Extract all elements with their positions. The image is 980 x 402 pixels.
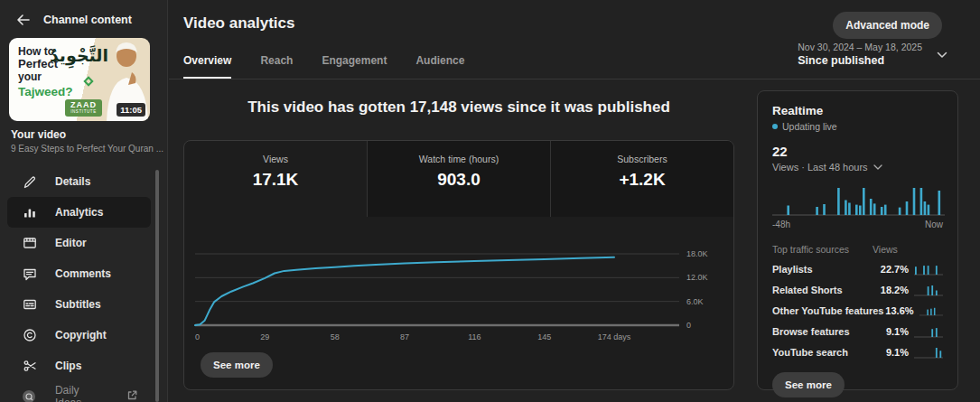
realtime-card: Realtime Updating live 22 Views · Last 4… [757,90,958,390]
date-range-text: Nov 30, 2024 – May 18, 2025 [798,42,922,52]
subtitles-icon [22,297,37,313]
sidebar-item-analytics[interactable]: Analytics [7,197,151,228]
traffic-row-youtube-search[interactable]: YouTube search 9.1% [772,346,943,359]
sidebar-item-label: Details [55,175,90,188]
sidebar-item-label: Comments [55,267,111,280]
live-dot-icon [772,124,778,129]
external-link-icon [126,388,138,402]
your-video-label: Your video [0,116,167,141]
svg-text:116: 116 [468,332,481,341]
zaad-institute-badge: ZAAD INSTITUTE [65,99,102,117]
traffic-row-other-features[interactable]: Other YouTube features 13.6% [772,304,943,317]
sidebar-item-subtitles[interactable]: Subtitles [7,289,151,320]
video-thumbnail[interactable]: How to Perfect your Tajweed? التَّجْوِيد… [9,38,150,121]
sidebar-item-clips[interactable]: Clips [7,351,151,381]
metric-label: Views [184,154,367,164]
metric-subscribers[interactable]: Subscribers +1.2K [550,141,733,217]
back-arrow-icon[interactable] [16,13,31,27]
svg-text:18.0K: 18.0K [686,249,708,258]
chevron-down-icon [937,46,947,62]
tab-reach[interactable]: Reach [260,54,293,79]
realtime-bar-chart [772,183,945,218]
views-headline: This video has gotten 17,148 views since… [183,98,734,117]
traffic-sparkline [914,346,943,359]
realtime-views-count: 22 [772,144,943,159]
svg-text:12.0K: 12.0K [686,273,708,282]
svg-text:87: 87 [400,332,409,341]
sidebar-item-label: Analytics [55,206,103,219]
traffic-source-label: Related Shorts [772,285,873,295]
views-line-chart[interactable]: 06.0K12.0K18.0K0295887116145174 days [184,231,733,347]
traffic-sparkline [914,284,943,296]
ideas-icon [22,389,37,402]
tab-overview[interactable]: Overview [183,54,231,79]
svg-text:145: 145 [537,332,551,341]
video-duration-badge: 11:05 [117,103,145,117]
traffic-row-related-shorts[interactable]: Related Shorts 18.2% [772,284,943,296]
svg-text:174 days: 174 days [598,332,631,341]
date-range-selector[interactable]: Nov 30, 2024 – May 18, 2025 Since publis… [798,42,947,67]
traffic-source-value: 18.2% [873,285,909,295]
tab-audience[interactable]: Audience [415,54,464,79]
tab-engagement[interactable]: Engagement [322,54,387,79]
comment-icon [22,266,37,282]
traffic-sparkline [914,325,943,338]
updating-live-label: Updating live [782,121,837,132]
sidebar-item-label: Editor [55,237,87,249]
svg-text:29: 29 [260,332,269,341]
key-metrics-card: Views 17.1K Watch time (hours) 903.0 Sub… [183,140,734,390]
copyright-icon [22,328,37,343]
svg-text:0: 0 [195,332,200,341]
advanced-mode-button[interactable]: Advanced mode [833,12,942,39]
axis-label-left: -48h [772,220,790,229]
sidebar-item-daily-ideas[interactable]: Daily Ideas [7,381,151,402]
metric-label: Watch time (hours) [368,154,550,164]
bar-chart-icon [22,205,37,220]
thumb-title-line: your [18,71,73,83]
svg-text:0: 0 [686,321,691,330]
traffic-source-value: 9.1% [873,326,909,337]
traffic-row-browse-features[interactable]: Browse features 9.1% [772,325,943,338]
youtube-studio-analytics-page: Channel content How to Perfect your Tajw… [0,0,980,402]
date-mode-text: Since published [798,54,922,67]
traffic-source-value: 9.1% [873,347,909,358]
sidebar-item-editor[interactable]: Editor [7,228,151,258]
traffic-row-playlists[interactable]: Playlists 22.7% [772,263,943,276]
metric-views[interactable]: Views 17.1K [184,141,367,217]
sidebar: Channel content How to Perfect your Tajw… [0,0,168,402]
see-more-button[interactable]: See more [201,352,273,378]
sidebar-item-details[interactable]: Details [7,166,151,197]
film-icon [22,236,37,251]
metric-tabs: Views 17.1K Watch time (hours) 903.0 Sub… [184,141,733,217]
header-divider [169,79,980,79]
video-title: 9 Easy Steps to Perfect Your Quran ... [0,141,167,154]
thumb-title-accent: Tajweed? [18,85,73,98]
traffic-sparkline [914,263,943,276]
axis-label-right: Now [925,220,943,229]
traffic-source-label: Other YouTube features [772,305,883,316]
traffic-sparkline [919,304,943,317]
metric-label: Subscribers [551,154,733,164]
traffic-source-value: 22.7% [873,264,909,275]
back-label[interactable]: Channel content [43,14,132,26]
sidebar-scrollbar[interactable] [155,170,159,402]
page-title: Video analytics [183,14,294,33]
realtime-see-more-button[interactable]: See more [772,372,845,397]
pencil-icon [22,174,37,190]
traffic-source-value: 13.6% [883,305,913,316]
traffic-source-label: YouTube search [772,347,873,358]
diamond-ornament [83,76,93,86]
realtime-caption[interactable]: Views · Last 48 hours [772,162,943,173]
metric-value: 17.1K [184,170,367,190]
traffic-source-label: Browse features [772,326,873,337]
svg-text:6.0K: 6.0K [686,297,704,306]
sidebar-item-comments[interactable]: Comments [7,258,151,289]
metric-watch-time[interactable]: Watch time (hours) 903.0 [367,141,550,217]
metric-value: +1.2K [551,170,733,190]
realtime-title: Realtime [772,104,943,117]
main-content: Video analytics Advanced mode Overview R… [169,0,980,402]
sidebar-item-copyright[interactable]: Copyright [7,320,151,351]
chevron-down-icon [873,164,882,171]
scissors-icon [22,359,37,374]
traffic-source-label: Playlists [772,264,873,275]
